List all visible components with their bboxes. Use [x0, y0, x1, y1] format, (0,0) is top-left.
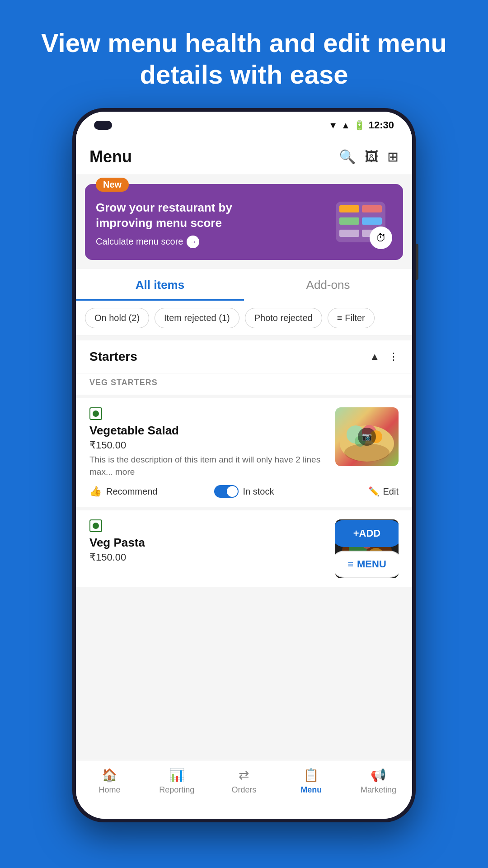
phone-side-button: [416, 244, 418, 280]
menu-lines-icon: ≡: [347, 558, 353, 570]
menu-button[interactable]: ≡ MENU: [335, 551, 399, 578]
status-bar: ▼ ▲ 🔋 12:30: [76, 112, 412, 139]
more-options-icon[interactable]: ⋮: [389, 351, 399, 363]
tab-add-ons[interactable]: Add-ons: [244, 269, 412, 301]
reporting-icon: 📊: [169, 768, 185, 783]
filter-label: Filter: [345, 313, 365, 323]
promo-banner[interactable]: New Grow your restaurant by improving me…: [85, 184, 403, 260]
chip-on-hold[interactable]: On hold (2): [85, 308, 149, 328]
add-label: +ADD: [353, 528, 381, 539]
app-header: Menu 🔍 🖼 ⊞: [76, 139, 412, 175]
banner-title: Grow your restaurant by improving menu s…: [96, 200, 267, 231]
filter-lines-icon: ≡: [337, 313, 343, 323]
tab-all-items[interactable]: All items: [76, 269, 244, 301]
item-actions-1: 👍 Recommend In stock ✏️ Edit: [89, 485, 399, 498]
banner-link[interactable]: Calculate menu score →: [96, 236, 267, 248]
in-stock-label-1: In stock: [243, 486, 274, 497]
item-image-wrapper-1[interactable]: 📷: [335, 407, 399, 466]
battery-icon: 🔋: [354, 120, 365, 131]
time-display: 12:30: [369, 119, 394, 131]
banner-text: Grow your restaurant by improving menu s…: [96, 200, 267, 248]
score-badge: ⏱: [370, 226, 392, 249]
menu-item-1: Vegetable Salad ₹150.00 This is the desc…: [76, 395, 412, 507]
nav-marketing-label: Marketing: [361, 785, 396, 795]
menu-item-top-1: Vegetable Salad ₹150.00 This is the desc…: [89, 407, 399, 478]
chip-item-rejected[interactable]: Item rejected (1): [155, 308, 239, 328]
item-desc-1: This is the description of this item and…: [89, 454, 326, 478]
veg-badge-2: [89, 519, 102, 532]
app-title: Menu: [89, 147, 132, 166]
menu-item-info-1: Vegetable Salad ₹150.00 This is the desc…: [89, 407, 326, 478]
camera-icon[interactable]: 📷: [358, 428, 376, 446]
menu-item-2: Veg Pasta ₹150.00: [76, 507, 412, 587]
banner-illustration: ⏱: [329, 195, 392, 249]
menu-item-info-2: Veg Pasta ₹150.00: [89, 519, 326, 563]
nav-home[interactable]: 🏠 Home: [76, 768, 143, 795]
camera-notch: [94, 121, 112, 130]
search-icon[interactable]: 🔍: [339, 149, 356, 165]
sub-section-label: VEG STARTERS: [89, 378, 158, 387]
nav-menu[interactable]: 📋 Menu: [277, 768, 345, 795]
banner-arrow-icon: →: [187, 236, 199, 248]
svg-point-5: [344, 443, 389, 462]
recommend-label-1: Recommend: [106, 486, 157, 497]
orders-icon: ⇄: [239, 768, 249, 783]
content-scroll[interactable]: Starters ▲ ⋮ VEG STARTERS Vegetable Sala…: [76, 336, 412, 760]
item-image-wrapper-2[interactable]: +ADD ≡ MENU: [335, 519, 399, 578]
new-badge: New: [96, 178, 129, 192]
nav-orders[interactable]: ⇄ Orders: [211, 768, 278, 795]
grid-icon[interactable]: ⊞: [387, 149, 399, 165]
in-stock-toggle-1[interactable]: [214, 485, 239, 498]
section-controls: ▲ ⋮: [370, 351, 399, 363]
menu-nav-icon: 📋: [303, 768, 319, 783]
collapse-icon[interactable]: ▲: [370, 351, 380, 363]
menu-label: MENU: [357, 558, 386, 570]
phone-screen: ▼ ▲ 🔋 12:30 Menu 🔍 🖼 ⊞ New Grow your res…: [76, 112, 412, 819]
banner-link-text: Calculate menu score: [96, 236, 183, 247]
signal-icon: ▲: [341, 120, 350, 131]
filter-button[interactable]: ≡ Filter: [328, 308, 375, 328]
toggle-area-1: In stock: [192, 485, 296, 498]
veg-dot-2: [93, 523, 99, 529]
chip-photo-rejected[interactable]: Photo rejected: [245, 308, 322, 328]
filter-chips-row: On hold (2) Item rejected (1) Photo reje…: [76, 301, 412, 336]
item-name-1: Vegetable Salad: [89, 424, 326, 438]
nav-reporting[interactable]: 📊 Reporting: [143, 768, 211, 795]
recommend-button-1[interactable]: 👍 Recommend: [89, 486, 192, 497]
header-icons: 🔍 🖼 ⊞: [339, 149, 399, 165]
item-price-1: ₹150.00: [89, 439, 326, 451]
section-header: Starters ▲ ⋮: [76, 340, 412, 373]
nav-menu-label: Menu: [300, 785, 322, 795]
item-price-2: ₹150.00: [89, 552, 326, 563]
menu-item-top-2: Veg Pasta ₹150.00: [89, 519, 399, 578]
page-headline: View menu health and edit menu details w…: [0, 0, 488, 108]
sub-section-veg: VEG STARTERS: [76, 373, 412, 395]
bottom-nav: 🏠 Home 📊 Reporting ⇄ Orders 📋 Menu 📢 Mar…: [76, 760, 412, 819]
edit-button-1[interactable]: ✏️ Edit: [296, 486, 399, 497]
item-name-2: Veg Pasta: [89, 536, 326, 550]
home-icon: 🏠: [102, 768, 117, 783]
marketing-icon: 📢: [371, 768, 386, 783]
section-title: Starters: [89, 349, 137, 364]
image-icon[interactable]: 🖼: [365, 149, 378, 165]
phone-frame: ▼ ▲ 🔋 12:30 Menu 🔍 🖼 ⊞ New Grow your res…: [72, 108, 416, 822]
toggle-knob-1: [227, 486, 238, 497]
veg-badge-1: [89, 407, 102, 420]
thumbs-up-icon: 👍: [89, 486, 102, 497]
veg-dot-1: [93, 410, 99, 417]
add-button[interactable]: +ADD: [335, 520, 399, 547]
wifi-icon: ▼: [328, 120, 338, 131]
nav-home-label: Home: [99, 785, 120, 795]
edit-label-1: Edit: [383, 486, 399, 497]
status-icons: ▼ ▲ 🔋 12:30: [328, 119, 394, 131]
nav-orders-label: Orders: [231, 785, 256, 795]
pencil-icon-1: ✏️: [368, 486, 380, 497]
tabs-container: All items Add-ons: [76, 269, 412, 301]
nav-reporting-label: Reporting: [159, 785, 194, 795]
nav-marketing[interactable]: 📢 Marketing: [345, 768, 412, 795]
